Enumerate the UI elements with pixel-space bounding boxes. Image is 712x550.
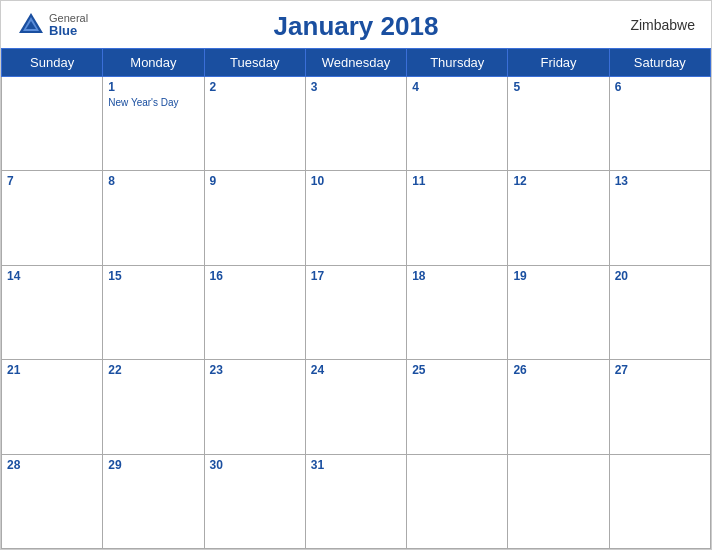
calendar-cell: 16: [204, 265, 305, 359]
calendar-cell: 28: [2, 454, 103, 548]
day-number: 13: [615, 174, 705, 188]
calendar-cell: 15: [103, 265, 204, 359]
logo: General Blue: [17, 11, 88, 39]
weekday-header-tuesday: Tuesday: [204, 49, 305, 77]
day-number: 6: [615, 80, 705, 94]
calendar-cell: 9: [204, 171, 305, 265]
calendar-table: SundayMondayTuesdayWednesdayThursdayFrid…: [1, 48, 711, 549]
logo-blue-text: Blue: [49, 24, 88, 37]
calendar-cell: 23: [204, 360, 305, 454]
calendar-cell: [407, 454, 508, 548]
country-label: Zimbabwe: [630, 17, 695, 33]
week-row-5: 28293031: [2, 454, 711, 548]
calendar-cell: [2, 77, 103, 171]
day-number: 7: [7, 174, 97, 188]
day-number: 26: [513, 363, 603, 377]
day-number: 3: [311, 80, 401, 94]
day-number: 31: [311, 458, 401, 472]
week-row-4: 21222324252627: [2, 360, 711, 454]
calendar-cell: 20: [609, 265, 710, 359]
calendar-cell: 4: [407, 77, 508, 171]
day-number: 4: [412, 80, 502, 94]
calendar-cell: 8: [103, 171, 204, 265]
calendar-cell: 21: [2, 360, 103, 454]
calendar-cell: 10: [305, 171, 406, 265]
day-number: 8: [108, 174, 198, 188]
weekday-header-thursday: Thursday: [407, 49, 508, 77]
calendar-cell: 30: [204, 454, 305, 548]
logo-text: General Blue: [49, 13, 88, 37]
calendar-cell: 17: [305, 265, 406, 359]
calendar-cell: 25: [407, 360, 508, 454]
day-number: 14: [7, 269, 97, 283]
weekday-header-wednesday: Wednesday: [305, 49, 406, 77]
day-number: 22: [108, 363, 198, 377]
day-number: 29: [108, 458, 198, 472]
holiday-label: New Year's Day: [108, 96, 198, 109]
day-number: 17: [311, 269, 401, 283]
calendar-cell: 11: [407, 171, 508, 265]
day-number: 30: [210, 458, 300, 472]
calendar-container: General Blue January 2018 Zimbabwe Sunda…: [0, 0, 712, 550]
calendar-cell: 1New Year's Day: [103, 77, 204, 171]
calendar-cell: [508, 454, 609, 548]
weekday-header-sunday: Sunday: [2, 49, 103, 77]
weekday-header-row: SundayMondayTuesdayWednesdayThursdayFrid…: [2, 49, 711, 77]
day-number: 20: [615, 269, 705, 283]
day-number: 12: [513, 174, 603, 188]
calendar-title: January 2018: [274, 11, 439, 42]
calendar-cell: 31: [305, 454, 406, 548]
calendar-cell: 13: [609, 171, 710, 265]
day-number: 1: [108, 80, 198, 94]
day-number: 24: [311, 363, 401, 377]
calendar-cell: [609, 454, 710, 548]
day-number: 28: [7, 458, 97, 472]
calendar-cell: 19: [508, 265, 609, 359]
weekday-header-saturday: Saturday: [609, 49, 710, 77]
day-number: 18: [412, 269, 502, 283]
day-number: 27: [615, 363, 705, 377]
week-row-3: 14151617181920: [2, 265, 711, 359]
calendar-cell: 7: [2, 171, 103, 265]
logo-icon: [17, 11, 45, 39]
day-number: 10: [311, 174, 401, 188]
calendar-cell: 27: [609, 360, 710, 454]
calendar-cell: 6: [609, 77, 710, 171]
day-number: 16: [210, 269, 300, 283]
week-row-1: 1New Year's Day23456: [2, 77, 711, 171]
week-row-2: 78910111213: [2, 171, 711, 265]
day-number: 25: [412, 363, 502, 377]
day-number: 9: [210, 174, 300, 188]
calendar-cell: 2: [204, 77, 305, 171]
calendar-cell: 12: [508, 171, 609, 265]
day-number: 5: [513, 80, 603, 94]
calendar-cell: 18: [407, 265, 508, 359]
calendar-cell: 14: [2, 265, 103, 359]
calendar-cell: 24: [305, 360, 406, 454]
calendar-cell: 22: [103, 360, 204, 454]
day-number: 21: [7, 363, 97, 377]
day-number: 15: [108, 269, 198, 283]
calendar-cell: 26: [508, 360, 609, 454]
day-number: 2: [210, 80, 300, 94]
calendar-cell: 29: [103, 454, 204, 548]
calendar-cell: 3: [305, 77, 406, 171]
calendar-cell: 5: [508, 77, 609, 171]
day-number: 19: [513, 269, 603, 283]
weekday-header-monday: Monday: [103, 49, 204, 77]
day-number: 11: [412, 174, 502, 188]
calendar-header: General Blue January 2018 Zimbabwe: [1, 1, 711, 48]
day-number: 23: [210, 363, 300, 377]
weekday-header-friday: Friday: [508, 49, 609, 77]
